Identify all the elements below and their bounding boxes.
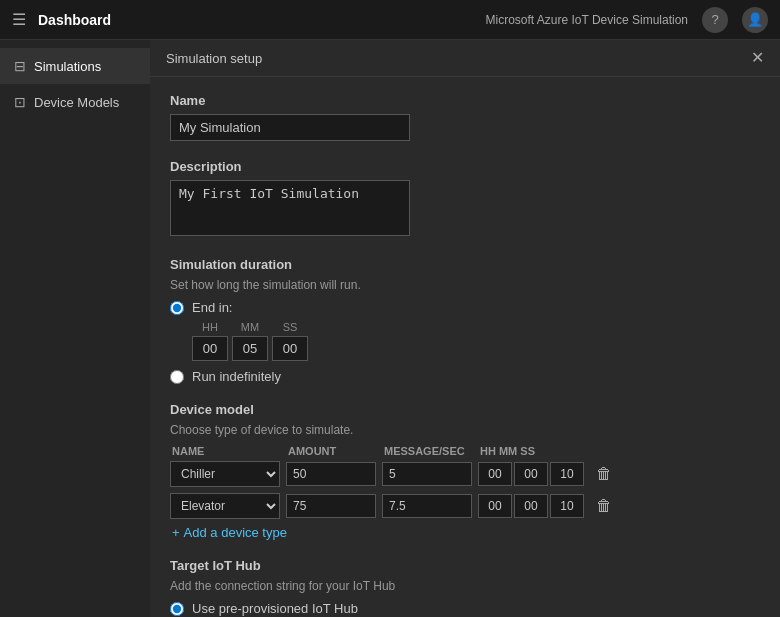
mm-label: MM — [241, 321, 259, 333]
ss-input-1[interactable] — [550, 462, 584, 486]
device-table: NAME AMOUNT MESSAGE/SEC HH MM SS Chiller… — [170, 445, 760, 519]
msg-sec-input-2[interactable] — [382, 494, 472, 518]
end-in-radio[interactable] — [170, 301, 184, 315]
mm-col: MM — [232, 321, 268, 361]
ss-label: SS — [283, 321, 298, 333]
preprovisioned-radio-row: Use pre-provisioned IoT Hub — [170, 601, 760, 616]
ss-col: SS — [272, 321, 308, 361]
simulations-icon: ⊟ — [14, 58, 26, 74]
run-indefinitely-label: Run indefinitely — [192, 369, 281, 384]
header-right: Microsoft Azure IoT Device Simulation ? … — [485, 7, 768, 33]
panel-title: Simulation setup — [166, 51, 262, 66]
content-area: Simulation setup ✕ Name Description My F… — [150, 40, 780, 617]
main-layout: ⊟ Simulations ⊡ Device Models Simulation… — [0, 40, 780, 617]
target-hub-label: Target IoT Hub — [170, 558, 760, 573]
device-model-sublabel: Choose type of device to simulate. — [170, 423, 760, 437]
name-label: Name — [170, 93, 760, 108]
sidebar-item-device-models[interactable]: ⊡ Device Models — [0, 84, 150, 120]
col-header-hms: HH MM SS — [480, 445, 590, 457]
target-hub-section: Target IoT Hub Add the connection string… — [170, 558, 760, 617]
top-header: ☰ Dashboard Microsoft Azure IoT Device S… — [0, 0, 780, 40]
hh-input-2[interactable] — [478, 494, 512, 518]
preprovisioned-radio[interactable] — [170, 602, 184, 616]
name-input[interactable] — [170, 114, 410, 141]
col-header-delete — [596, 445, 616, 457]
device-select-1[interactable]: Chiller Elevator — [170, 461, 280, 487]
preprovisioned-label: Use pre-provisioned IoT Hub — [192, 601, 358, 616]
sidebar-item-label-simulations: Simulations — [34, 59, 101, 74]
user-avatar[interactable]: 👤 — [742, 7, 768, 33]
duration-section: Simulation duration Set how long the sim… — [170, 257, 760, 384]
device-time-group-2 — [478, 494, 588, 518]
msg-sec-input-1[interactable] — [382, 462, 472, 486]
amount-input-2[interactable] — [286, 494, 376, 518]
col-header-msg-sec: MESSAGE/SEC — [384, 445, 474, 457]
delete-row-1-button[interactable]: 🗑 — [594, 465, 614, 483]
device-table-header: NAME AMOUNT MESSAGE/SEC HH MM SS — [170, 445, 760, 457]
table-row: Chiller Elevator 🗑 — [170, 461, 760, 487]
description-section: Description My First IoT Simulation — [170, 159, 760, 239]
device-models-icon: ⊡ — [14, 94, 26, 110]
ss-input-2[interactable] — [550, 494, 584, 518]
description-input[interactable]: My First IoT Simulation — [170, 180, 410, 236]
device-model-section: Device model Choose type of device to si… — [170, 402, 760, 540]
add-device-label: Add a device type — [184, 525, 287, 540]
page-title: Dashboard — [38, 12, 111, 28]
ss-input[interactable] — [272, 336, 308, 361]
hh-label: HH — [202, 321, 218, 333]
col-header-amount: AMOUNT — [288, 445, 378, 457]
simulation-setup-panel: Simulation setup ✕ Name Description My F… — [150, 40, 780, 617]
add-device-link[interactable]: + Add a device type — [172, 525, 760, 540]
panel-body: Name Description My First IoT Simulation… — [150, 77, 780, 617]
mm-input[interactable] — [232, 336, 268, 361]
mm-input-1[interactable] — [514, 462, 548, 486]
duration-sublabel: Set how long the simulation will run. — [170, 278, 760, 292]
table-row: Chiller Elevator 🗑 — [170, 493, 760, 519]
device-time-group-1 — [478, 462, 588, 486]
add-device-plus-icon: + — [172, 525, 180, 540]
sidebar-item-label-device-models: Device Models — [34, 95, 119, 110]
delete-row-2-button[interactable]: 🗑 — [594, 497, 614, 515]
header-left: ☰ Dashboard — [12, 10, 111, 29]
description-label: Description — [170, 159, 760, 174]
panel-header: Simulation setup ✕ — [150, 40, 780, 77]
time-inputs-group: HH MM SS — [192, 321, 760, 361]
sidebar: ⊟ Simulations ⊡ Device Models — [0, 40, 150, 617]
mm-input-2[interactable] — [514, 494, 548, 518]
duration-label: Simulation duration — [170, 257, 760, 272]
end-in-radio-row: End in: — [170, 300, 760, 315]
device-select-2[interactable]: Chiller Elevator — [170, 493, 280, 519]
device-model-label: Device model — [170, 402, 760, 417]
app-name: Microsoft Azure IoT Device Simulation — [485, 13, 688, 27]
indefinitely-radio-row: Run indefinitely — [170, 369, 760, 384]
name-section: Name — [170, 93, 760, 141]
hh-col: HH — [192, 321, 228, 361]
run-indefinitely-radio[interactable] — [170, 370, 184, 384]
amount-input-1[interactable] — [286, 462, 376, 486]
hh-input-1[interactable] — [478, 462, 512, 486]
hamburger-icon[interactable]: ☰ — [12, 10, 26, 29]
close-button[interactable]: ✕ — [751, 50, 764, 66]
sidebar-item-simulations[interactable]: ⊟ Simulations — [0, 48, 150, 84]
col-header-name: NAME — [172, 445, 282, 457]
end-in-label: End in: — [192, 300, 232, 315]
hh-input[interactable] — [192, 336, 228, 361]
target-hub-sublabel: Add the connection string for your IoT H… — [170, 579, 760, 593]
help-icon[interactable]: ? — [702, 7, 728, 33]
